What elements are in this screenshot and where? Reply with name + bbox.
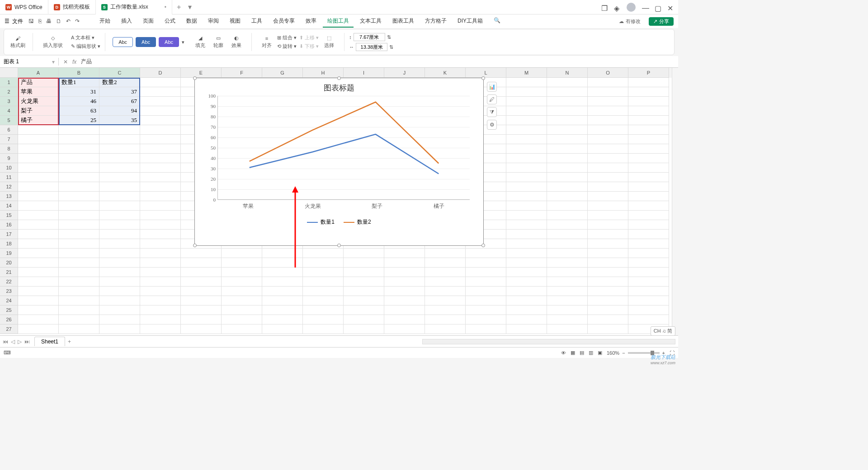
tab-member[interactable]: 会员专享 <box>269 15 299 28</box>
cell[interactable] <box>384 287 425 296</box>
cell[interactable] <box>181 324 222 334</box>
cell[interactable] <box>384 315 425 324</box>
col-header-J[interactable]: J <box>384 68 425 78</box>
cell[interactable] <box>140 296 181 306</box>
cell[interactable] <box>628 163 669 173</box>
cell[interactable] <box>506 192 547 201</box>
cell[interactable]: 94 <box>99 106 140 116</box>
cell[interactable] <box>466 315 506 324</box>
col-header-B[interactable]: B <box>59 68 99 78</box>
cell[interactable] <box>99 182 140 192</box>
cell[interactable] <box>547 163 588 173</box>
cell[interactable] <box>59 258 99 268</box>
cell[interactable] <box>588 306 628 315</box>
cell[interactable]: 37 <box>99 87 140 97</box>
cell[interactable] <box>99 135 140 144</box>
cell[interactable] <box>140 306 181 315</box>
text-box-button[interactable]: A 文本框 ▾ <box>71 34 100 41</box>
cell[interactable]: 63 <box>59 106 99 116</box>
cell[interactable] <box>547 296 588 306</box>
sheet-last-icon[interactable]: ⏭ <box>24 338 30 345</box>
cell[interactable] <box>18 154 59 163</box>
cell[interactable] <box>547 97 588 106</box>
cell[interactable] <box>547 258 588 268</box>
col-header-D[interactable]: D <box>140 68 181 78</box>
cell[interactable] <box>506 78 547 87</box>
cell[interactable] <box>181 296 222 306</box>
cell[interactable] <box>222 249 262 258</box>
avatar[interactable] <box>627 3 636 12</box>
tab-efficiency[interactable]: 效率 <box>301 15 321 28</box>
cell[interactable]: 梨子 <box>18 106 59 116</box>
cell[interactable] <box>18 249 59 258</box>
row-header[interactable]: 5 <box>0 116 18 125</box>
cell[interactable] <box>140 173 181 182</box>
cell[interactable] <box>588 315 628 324</box>
row-header[interactable]: 11 <box>0 173 18 182</box>
cell[interactable] <box>628 106 669 116</box>
cell[interactable] <box>18 163 59 173</box>
rotate-button[interactable]: ⟲ 旋转 ▾ <box>277 43 297 50</box>
cell[interactable] <box>59 296 99 306</box>
ime-badge[interactable]: CH ♫ 简 <box>651 326 675 335</box>
share-button[interactable]: ↗ 分享 <box>649 17 674 26</box>
col-header-A[interactable]: A <box>18 68 59 78</box>
cell[interactable] <box>99 324 140 334</box>
cell[interactable] <box>628 230 669 239</box>
row-header[interactable]: 13 <box>0 192 18 201</box>
cell[interactable] <box>59 230 99 239</box>
cell[interactable] <box>506 135 547 144</box>
cell[interactable] <box>588 192 628 201</box>
cell[interactable] <box>181 306 222 315</box>
cell[interactable] <box>425 296 466 306</box>
select-button[interactable]: ⬚选择 <box>321 35 337 49</box>
cell[interactable] <box>59 287 99 296</box>
cell[interactable] <box>222 268 262 277</box>
cell[interactable] <box>18 192 59 201</box>
cell[interactable] <box>262 249 303 258</box>
cell[interactable] <box>303 277 344 287</box>
cell[interactable] <box>262 296 303 306</box>
cell[interactable] <box>466 324 506 334</box>
cell[interactable] <box>140 106 181 116</box>
cell[interactable] <box>140 258 181 268</box>
cell[interactable] <box>628 144 669 154</box>
cell[interactable] <box>506 258 547 268</box>
preview-icon[interactable]: 🗋 <box>56 18 61 24</box>
cell[interactable] <box>140 211 181 220</box>
row-header[interactable]: 17 <box>0 230 18 239</box>
chart-handle-tl[interactable] <box>193 76 197 80</box>
cell[interactable] <box>506 201 547 211</box>
search-icon[interactable]: 🔍 <box>489 15 505 28</box>
row-header[interactable]: 22 <box>0 277 18 287</box>
cell[interactable] <box>628 173 669 182</box>
cell[interactable] <box>99 144 140 154</box>
spreadsheet-grid[interactable]: ABCDEFGHIJKLMNOP 1产品数量1数量22苹果31373火龙果466… <box>0 68 678 335</box>
cell[interactable] <box>384 258 425 268</box>
cell[interactable] <box>588 268 628 277</box>
zoom-out-icon[interactable]: − <box>622 350 625 356</box>
cell[interactable] <box>140 201 181 211</box>
cell[interactable] <box>506 163 547 173</box>
chart-handle-bl[interactable] <box>193 244 197 247</box>
cell[interactable] <box>59 125 99 135</box>
cell[interactable] <box>303 249 344 258</box>
row-header[interactable]: 16 <box>0 220 18 230</box>
row-header[interactable]: 14 <box>0 201 18 211</box>
col-header-I[interactable]: I <box>344 68 384 78</box>
col-header-L[interactable]: L <box>466 68 506 78</box>
spinner-icon[interactable]: ⇅ <box>389 44 393 50</box>
row-header[interactable]: 25 <box>0 306 18 315</box>
cell[interactable] <box>547 192 588 201</box>
cell[interactable] <box>506 125 547 135</box>
cell[interactable] <box>628 249 669 258</box>
sheet-first-icon[interactable]: ⏮ <box>3 338 8 345</box>
file-menu[interactable]: 文件 <box>12 18 23 25</box>
tab-review[interactable]: 审阅 <box>203 15 223 28</box>
chart-handle-bc[interactable] <box>337 244 341 247</box>
cell[interactable] <box>588 249 628 258</box>
cell[interactable] <box>547 315 588 324</box>
cell[interactable] <box>59 324 99 334</box>
tab-drawing-tools[interactable]: 绘图工具 <box>323 15 354 28</box>
insert-shape-button[interactable]: ◇ 插入形状 <box>40 35 66 49</box>
